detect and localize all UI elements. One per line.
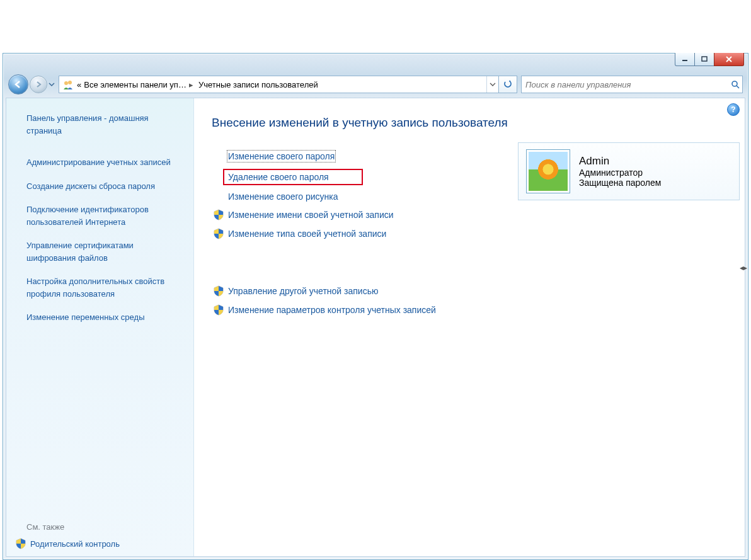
user-accounts-icon	[62, 78, 74, 91]
sidebar-task-admin-accounts[interactable]: Администрирование учетных записей	[26, 156, 180, 169]
user-name: Admin	[579, 155, 661, 168]
breadcrumb-overflow[interactable]: «	[76, 76, 83, 93]
uac-shield-icon	[213, 228, 224, 239]
task-label: Управление другой учетной записью	[228, 286, 378, 296]
task-manage-other-account[interactable]: Управление другой учетной записью	[228, 285, 512, 297]
uac-shield-icon	[213, 285, 224, 297]
sidebar-task-env-vars[interactable]: Изменение переменных среды	[26, 311, 180, 324]
sidebar: Панель управления - домашняя страница Ад…	[6, 98, 194, 556]
content-pane: Внесение изменений в учетную запись поль…	[194, 98, 745, 556]
sidebar-spacer	[26, 329, 180, 511]
task-change-account-type[interactable]: Изменение типа своей учетной записи	[228, 228, 512, 239]
address-bar[interactable]: « Все элементы панели уп… ▸ Учетные запи…	[59, 76, 517, 93]
svg-point-5	[68, 81, 72, 84]
user-role: Администратор	[579, 168, 661, 178]
uac-shield-icon	[15, 538, 26, 549]
sidebar-task-reset-disk[interactable]: Создание дискеты сброса пароля	[26, 180, 180, 193]
task-label: Изменение типа своей учетной записи	[228, 229, 386, 239]
sidebar-task-link-online-ids[interactable]: Подключение идентификаторов пользователе…	[26, 203, 180, 228]
chevron-down-icon	[490, 83, 495, 86]
window-caption-buttons	[675, 53, 744, 66]
minimize-button[interactable]	[675, 53, 695, 66]
back-button[interactable]	[8, 74, 28, 94]
search-input[interactable]	[522, 80, 728, 89]
task-label: Изменение своего пароля	[228, 151, 335, 161]
right-scroll-hint-icon: ◂▸	[740, 263, 747, 272]
svg-point-4	[64, 81, 68, 85]
close-icon	[725, 56, 733, 62]
history-dropdown[interactable]	[47, 76, 56, 93]
chevron-down-icon	[49, 83, 54, 86]
address-dropdown[interactable]	[486, 76, 498, 93]
uac-shield-icon	[213, 209, 224, 220]
sidebar-task-advanced-profile[interactable]: Настройка дополнительных свойств профиля…	[26, 275, 180, 300]
task-change-picture[interactable]: Изменение своего рисунка	[228, 191, 512, 202]
search-button[interactable]	[728, 80, 742, 89]
forward-button[interactable]	[30, 76, 47, 93]
user-picture-image	[529, 152, 568, 191]
maximize-button[interactable]	[694, 53, 714, 66]
task-uac-settings[interactable]: Изменение параметров контроля учетных за…	[228, 304, 512, 316]
task-label: Удаление своего пароля	[228, 172, 329, 182]
sidebar-parental-controls-link[interactable]: Родительский контроль	[30, 538, 120, 551]
minimize-icon	[682, 56, 688, 62]
arrow-left-icon	[14, 80, 23, 89]
user-picture	[526, 149, 570, 193]
task-label: Изменение параметров контроля учетных за…	[228, 305, 436, 315]
task-group-gap	[228, 247, 512, 282]
current-user-card: Admin Администратор Защищена паролем	[518, 142, 740, 200]
search-icon	[731, 80, 740, 89]
sidebar-home-link[interactable]: Панель управления - домашняя страница	[26, 112, 180, 137]
refresh-button[interactable]	[498, 76, 517, 93]
breadcrumb-segment-1[interactable]: Все элементы панели уп… ▸	[83, 76, 197, 93]
page-heading: Внесение изменений в учетную запись поль…	[212, 116, 727, 130]
svg-point-6	[732, 81, 737, 86]
maximize-icon	[701, 56, 708, 62]
arrow-right-icon	[35, 81, 42, 88]
refresh-icon	[503, 80, 512, 89]
uac-shield-icon	[213, 304, 224, 316]
close-button[interactable]	[714, 53, 744, 66]
breadcrumb-segment-2[interactable]: Учетные записи пользователей	[197, 76, 319, 93]
task-change-account-name[interactable]: Изменение имени своей учетной записи	[228, 209, 512, 220]
sidebar-task-manage-certs[interactable]: Управление сертификатами шифрования файл…	[26, 239, 180, 264]
sidebar-seealso-heading: См. также	[26, 522, 180, 532]
explorer-window: « Все элементы панели уп… ▸ Учетные запи…	[3, 53, 748, 560]
breadcrumb-label: Учетные записи пользователей	[198, 80, 318, 89]
task-label: Изменение своего рисунка	[228, 191, 338, 202]
user-meta: Admin Администратор Защищена паролем	[579, 155, 661, 188]
breadcrumb-separator-icon: ▸	[189, 80, 193, 89]
account-tasks: Изменение своего пароля Удаление своего …	[228, 151, 512, 316]
navigation-bar: « Все элементы панели уп… ▸ Учетные запи…	[8, 74, 743, 95]
svg-line-7	[737, 86, 739, 88]
svg-rect-1	[702, 57, 707, 61]
user-password-status: Защищена паролем	[579, 178, 661, 188]
client-area: ? Панель управления - домашняя страница …	[6, 98, 745, 557]
task-delete-password[interactable]: Удаление своего пароля	[223, 169, 363, 185]
breadcrumb-label: Все элементы панели уп…	[84, 80, 186, 89]
task-change-password[interactable]: Изменение своего пароля	[228, 151, 512, 161]
search-bar	[521, 76, 743, 93]
task-label: Изменение имени своей учетной записи	[228, 210, 394, 220]
svg-rect-0	[682, 60, 687, 61]
